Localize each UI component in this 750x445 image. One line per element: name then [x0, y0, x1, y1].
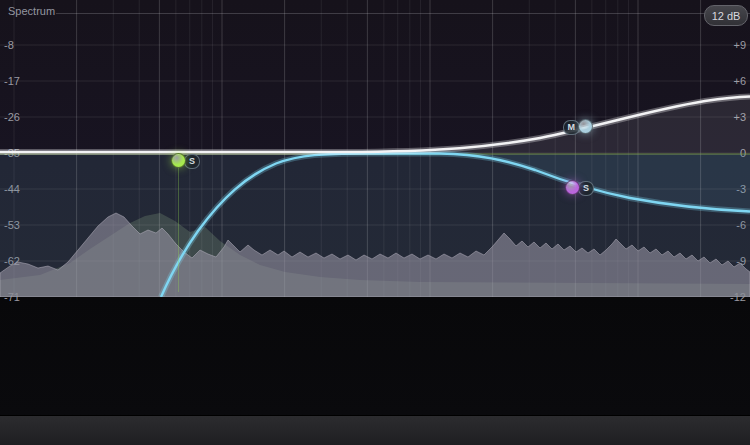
band-control-strip: 20501002005001k2k5k10k20k M S [0, 297, 750, 415]
high-shelf-side-band-channel-badge: S [578, 181, 594, 196]
low-cut-side-band-freq-line [178, 168, 179, 292]
status-bar: MIDI Learn Processing: Zero Latency Chan… [0, 415, 750, 445]
header-rule [56, 13, 750, 14]
eq-curves-canvas[interactable] [0, 0, 750, 297]
spectrum-label: Spectrum [8, 5, 55, 17]
high-shelf-side-band-node[interactable] [565, 180, 580, 195]
display-range-button[interactable]: 12 dB [704, 5, 748, 26]
low-cut-side-band-node[interactable] [171, 153, 186, 168]
low-cut-side-band-channel-badge: S [184, 154, 200, 169]
eq-plugin-window: -8-17-26-35-44-53-62-71 +9+6+30-3-6-9-12… [0, 0, 750, 445]
high-shelf-mid-band-node[interactable] [578, 119, 593, 134]
eq-graph-display[interactable]: -8-17-26-35-44-53-62-71 +9+6+30-3-6-9-12… [0, 0, 750, 297]
